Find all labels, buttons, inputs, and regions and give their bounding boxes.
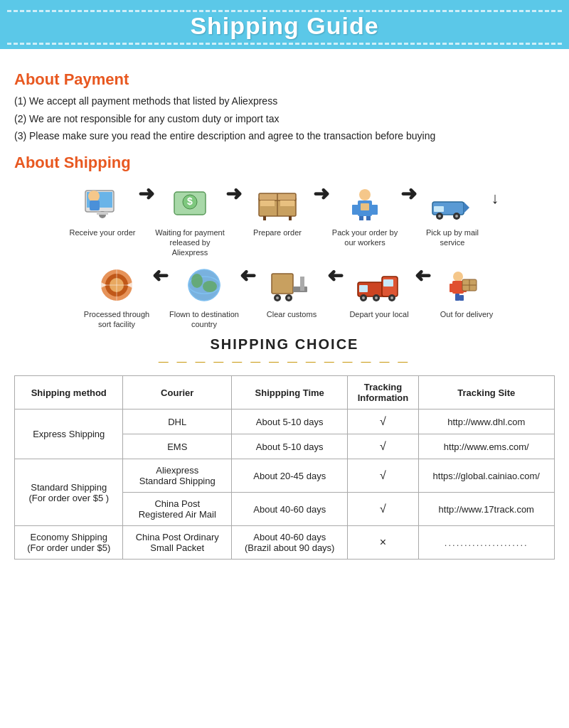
- shipping-table: Shipping method Courier Shippping Time T…: [14, 375, 555, 560]
- arrow-3: ➜: [313, 182, 329, 223]
- flow-item-4: Pack your order by our workers: [329, 182, 400, 248]
- table-row-economy: Economy Shipping(For order under $5) Chi…: [15, 526, 555, 560]
- courier-chinapost: China PostRegistered Air Mail: [123, 493, 231, 526]
- flow-label-4: Pack your order by our workers: [329, 228, 400, 248]
- svg-point-55: [276, 296, 279, 299]
- flow-label-3: Prepare order: [253, 228, 302, 237]
- flow-icon-2: $ $: [164, 182, 217, 225]
- arrow-7: ➜: [240, 264, 256, 304]
- flow-item-9: Flown to destination country: [169, 264, 240, 330]
- flow-icon-5: [426, 182, 479, 225]
- tracking-chinapost: √: [348, 493, 418, 526]
- svg-point-29: [438, 215, 441, 218]
- svg-rect-14: [280, 200, 294, 206]
- flow-label-8: Clear customs: [267, 309, 317, 319]
- col-tracking-info: TrackingInformation: [348, 376, 418, 410]
- flow-label-2: Waiting for payment released by Aliexpre…: [154, 228, 225, 258]
- page-title: Shipping Guide: [0, 12, 569, 40]
- shipping-heading: About Shipping: [14, 154, 555, 172]
- tracking-ems: √: [348, 434, 418, 459]
- svg-rect-13: [260, 200, 275, 206]
- svg-rect-38: [455, 294, 459, 301]
- flow-item-8: Clear customs: [256, 264, 327, 319]
- flow-label-5: Pick up by mail service: [417, 228, 488, 248]
- flow-icon-8: [265, 264, 319, 306]
- courier-aliexpress: AliexpressStandard Shipping: [123, 459, 231, 493]
- col-courier: Courier: [123, 376, 231, 410]
- flow-item-1: Receive your order: [67, 182, 138, 237]
- svg-marker-25: [464, 202, 469, 213]
- flow-label-1: Receive your order: [70, 228, 136, 237]
- arrow-6: ➜: [327, 264, 344, 304]
- svg-point-49: [390, 296, 393, 299]
- svg-point-30: [455, 215, 458, 218]
- svg-rect-42: [359, 285, 368, 292]
- method-standard: Standard Shipping(For order over $5 ): [15, 459, 123, 526]
- arrow-1: ➜: [138, 182, 154, 223]
- flow-label-9: Flown to destination country: [169, 309, 240, 330]
- svg-rect-3: [97, 212, 108, 215]
- shipping-choice-underline: — — — — — — — — — — — — — —: [14, 355, 555, 367]
- payment-item-2: (2) We are not responsible for any custo…: [14, 112, 555, 127]
- svg-rect-33: [450, 284, 455, 292]
- table-row-standard-aliexpress: Standard Shipping(For order over $5 ) Al…: [15, 459, 555, 493]
- flow-icon-6: [440, 264, 494, 306]
- svg-point-61: [203, 281, 217, 292]
- shipping-choice-title: SHIPPING CHOICE: [14, 336, 555, 353]
- svg-rect-52: [300, 277, 304, 291]
- flow-icon-4: [339, 182, 392, 225]
- flow-item-5: Pick up by mail service: [417, 182, 488, 248]
- payment-item-1: (1) We accept all payment methods that l…: [14, 95, 555, 109]
- shipping-flow: Receive your order ➜ $ $ Waiting for pay…: [14, 182, 555, 329]
- svg-rect-5: [90, 200, 100, 210]
- method-economy: Economy Shipping(For order under $5): [15, 526, 123, 560]
- flow-item-6: Out for delivery: [431, 264, 502, 319]
- arrow-8: ➜: [152, 264, 169, 304]
- site-chinapost: http://www.17track.com: [418, 493, 554, 526]
- main-content: About Payment (1) We accept all payment …: [0, 49, 569, 571]
- flow-item-7: Depart your local: [344, 264, 415, 319]
- svg-point-31: [453, 272, 463, 282]
- flow-row-2: Out for delivery ➜: [14, 264, 555, 330]
- flow-icon-7: [353, 264, 406, 306]
- svg-rect-39: [459, 295, 464, 301]
- payment-list: (1) We accept all payment methods that l…: [14, 95, 555, 144]
- col-method: Shipping method: [15, 376, 123, 410]
- svg-rect-26: [434, 206, 444, 212]
- flow-label-6: Out for delivery: [440, 309, 494, 319]
- flow-icon-1: [76, 182, 129, 225]
- time-chinapost: About 40-60 days: [231, 493, 347, 526]
- courier-dhl: DHL: [123, 410, 231, 434]
- svg-text:$: $: [187, 196, 193, 207]
- payment-heading: About Payment: [14, 70, 555, 89]
- svg-rect-50: [272, 274, 293, 294]
- col-time: Shippping Time: [231, 376, 347, 410]
- svg-point-60: [191, 274, 203, 288]
- courier-ems: EMS: [123, 434, 231, 459]
- table-row-express-dhl: Express Shipping DHL About 5-10 days √ h…: [15, 410, 555, 434]
- arrow-4: ➜: [400, 182, 417, 223]
- table-header-row: Shipping method Courier Shippping Time T…: [15, 376, 555, 410]
- flow-icon-9: [178, 264, 231, 306]
- site-aliexpress: https://global.cainiao.com/: [418, 459, 554, 493]
- svg-rect-20: [371, 205, 378, 215]
- arrow-down: ↓: [488, 182, 502, 208]
- svg-rect-43: [383, 279, 393, 287]
- time-economy: About 40-60 days(Brazil about 90 days): [231, 526, 347, 560]
- flow-label-7: Depart your local: [349, 309, 408, 319]
- svg-point-56: [287, 296, 290, 299]
- svg-rect-23: [361, 203, 369, 210]
- svg-point-47: [362, 296, 365, 299]
- arrow-2: ➜: [225, 182, 242, 223]
- arrow-5: ➜: [415, 264, 431, 304]
- svg-point-4: [88, 191, 100, 202]
- svg-rect-15: [263, 216, 266, 220]
- site-dhl: http://www.dhl.com: [418, 410, 554, 434]
- flow-icon-3: [251, 182, 304, 225]
- payment-item-3: (3) Please make sure you read the entire…: [14, 129, 555, 144]
- ribbon-bottom-line: [7, 43, 562, 45]
- flow-item-2: $ $ Waiting for payment released by Alie…: [154, 182, 225, 258]
- tracking-aliexpress: √: [348, 459, 418, 493]
- svg-rect-19: [352, 205, 359, 215]
- svg-point-48: [375, 296, 378, 299]
